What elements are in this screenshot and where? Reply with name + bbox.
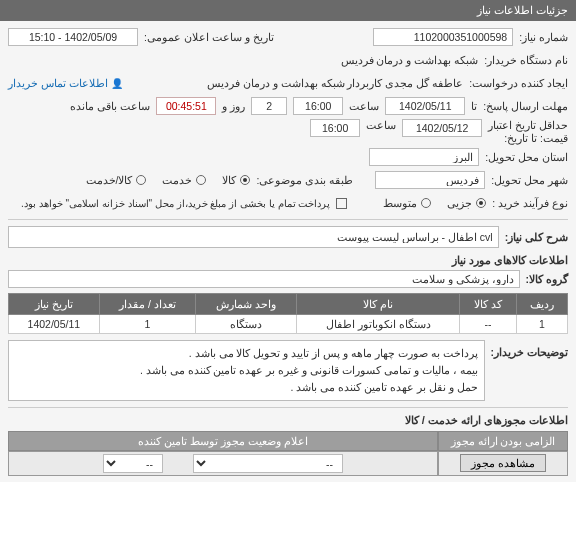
fld-need-no[interactable]	[373, 28, 513, 46]
row-province: استان محل تحویل:	[8, 147, 568, 167]
radio-small-group[interactable]: جزیی	[447, 197, 486, 209]
lbl-notes: توضیحات خریدار:	[491, 340, 568, 358]
lbl-until1: تا	[471, 100, 477, 112]
lbl-hour1: ساعت	[349, 100, 379, 112]
lbl-announce: تاریخ و ساعت اعلان عمومی:	[144, 31, 274, 43]
sel-permit-mandatory[interactable]: --	[103, 454, 163, 473]
main-header: جزئیات اطلاعات نیاز	[0, 0, 576, 21]
view-permit-label: مشاهده مجوز	[471, 457, 535, 469]
fld-summary[interactable]	[8, 226, 499, 248]
radio-service-group[interactable]: خدمت	[162, 174, 206, 186]
row-deadline: مهلت ارسال پاسخ: تا ساعت روز و ساعت باقی…	[8, 96, 568, 116]
cell-qty: 1	[99, 315, 196, 334]
permit-data-row: مشاهده مجوز -- --	[8, 451, 568, 476]
fld-days[interactable]	[251, 97, 287, 115]
th-date: تاریخ نیاز	[9, 294, 100, 315]
chk-islamic[interactable]	[336, 198, 347, 209]
lbl-province: استان محل تحویل:	[485, 151, 568, 163]
permits-title: اطلاعات مجوزهای ارائه خدمت / کالا	[8, 414, 568, 427]
fld-province[interactable]	[369, 148, 479, 166]
radio-goods-group[interactable]: کالا	[222, 174, 250, 186]
fld-reply-date[interactable]	[385, 97, 465, 115]
cell-row: 1	[516, 315, 567, 334]
radio-medium-group[interactable]: متوسط	[383, 197, 431, 209]
lbl-daysand: روز و	[222, 100, 245, 112]
lbl-creator: ایجاد کننده درخواست:	[469, 77, 568, 89]
row-goods-group: گروه کالا:	[8, 269, 568, 289]
cell-code: --	[460, 315, 517, 334]
goods-info-title: اطلاعات کالاهای مورد نیاز	[8, 254, 568, 267]
separator-2	[8, 407, 568, 408]
th-unit: واحد شمارش	[196, 294, 297, 315]
lbl-islamic: پرداخت تمام یا بخشی از مبلغ خرید،از محل …	[21, 198, 330, 209]
radio-medium[interactable]	[421, 198, 431, 208]
lbl-hour2: ساعت	[366, 119, 396, 131]
header-title: جزئیات اطلاعات نیاز	[477, 4, 568, 16]
cell-unit: دستگاه	[196, 315, 297, 334]
opt-medium: متوسط	[383, 197, 417, 209]
opt-small: جزیی	[447, 197, 472, 209]
cell-name: دستگاه انکوباتور اطفال	[297, 315, 460, 334]
row-creator: ایجاد کننده درخواست: عاطفه گل مجدی کاربر…	[8, 73, 568, 93]
row-need-no: شماره نیاز: تاریخ و ساعت اعلان عمومی:	[8, 27, 568, 47]
lbl-city: شهر محل تحویل:	[491, 174, 568, 186]
fld-goods-group[interactable]	[8, 270, 520, 288]
val-creator: عاطفه گل مجدی کاربردار شبکه بهداشت و درم…	[207, 77, 463, 89]
fld-announce[interactable]	[8, 28, 138, 46]
perm-hdr-mandatory: الزامی بودن ارائه مجوز	[438, 431, 568, 451]
lbl-credit: حداقل تاریخ اعتبار	[488, 119, 568, 132]
lbl-summary: شرح کلی نیاز:	[505, 231, 568, 243]
notes-box: پرداخت به صورت چهار ماهه و پس از تایید و…	[8, 340, 485, 400]
lbl-goods-group: گروه کالا:	[526, 273, 568, 285]
table-row[interactable]: 1 -- دستگاه انکوباتور اطفال دستگاه 1 140…	[9, 315, 568, 334]
lbl-need-no: شماره نیاز:	[519, 31, 568, 43]
radio-both[interactable]	[136, 175, 146, 185]
lbl-subject: طبقه بندی موضوعی:	[256, 174, 353, 186]
row-buyer: نام دستگاه خریدار: شبکه بهداشت و درمان ف…	[8, 50, 568, 70]
goods-table: ردیف کد کالا نام کالا واحد شمارش تعداد /…	[8, 293, 568, 334]
separator-1	[8, 219, 568, 220]
lbl-buyer: نام دستگاه خریدار:	[484, 54, 568, 66]
contact-buyer-link[interactable]: اطلاعات تماس خریدار	[8, 77, 123, 89]
row-city-subject: شهر محل تحویل: طبقه بندی موضوعی: کالا خد…	[8, 170, 568, 190]
th-name: نام کالا	[297, 294, 460, 315]
note-line-3: حمل و نقل بر عهده تامین کننده می باشد .	[15, 379, 478, 396]
perm-hdr-status: اعلام وضعیت مجوز توسط تامین کننده	[8, 431, 438, 451]
lbl-process: نوع فرآیند خرید :	[492, 197, 568, 209]
opt-goods: کالا	[222, 174, 236, 186]
lbl-reply: مهلت ارسال پاسخ:	[483, 100, 568, 112]
lbl-priceuntil: قیمت: تا تاریخ:	[488, 132, 568, 145]
lbl-timeleft: ساعت باقی مانده	[70, 100, 150, 112]
th-qty: تعداد / مقدار	[99, 294, 196, 315]
contact-label: اطلاعات تماس خریدار	[8, 77, 108, 89]
radio-small[interactable]	[476, 198, 486, 208]
radio-both-group[interactable]: کالا/خدمت	[86, 174, 147, 186]
val-buyer: شبکه بهداشت و درمان فردیس	[341, 54, 479, 66]
th-row: ردیف	[516, 294, 567, 315]
view-permit-button[interactable]: مشاهده مجوز	[460, 454, 546, 472]
fld-reply-time[interactable]	[293, 97, 343, 115]
permit-header-row: الزامی بودن ارائه مجوز اعلام وضعیت مجوز …	[8, 431, 568, 451]
row-notes: توضیحات خریدار: پرداخت به صورت چهار ماهه…	[8, 340, 568, 400]
radio-service[interactable]	[196, 175, 206, 185]
fld-city[interactable]	[375, 171, 485, 189]
row-summary: شرح کلی نیاز:	[8, 226, 568, 248]
th-code: کد کالا	[460, 294, 517, 315]
fld-countdown	[156, 97, 216, 115]
form-area: شماره نیاز: تاریخ و ساعت اعلان عمومی: نا…	[0, 21, 576, 482]
opt-service: خدمت	[162, 174, 192, 186]
row-credit: حداقل تاریخ اعتبار قیمت: تا تاریخ: ساعت	[8, 119, 568, 144]
note-line-1: پرداخت به صورت چهار ماهه و پس از تایید و…	[15, 345, 478, 362]
row-process: نوع فرآیند خرید : جزیی متوسط پرداخت تمام…	[8, 193, 568, 213]
radio-goods[interactable]	[240, 175, 250, 185]
opt-both: کالا/خدمت	[86, 174, 133, 186]
note-line-2: بیمه ، مالیات و تمامی کسورات قانونی و غی…	[15, 362, 478, 379]
cell-date: 1402/05/11	[9, 315, 100, 334]
goods-header-row: ردیف کد کالا نام کالا واحد شمارش تعداد /…	[9, 294, 568, 315]
sel-permit-status[interactable]: --	[193, 454, 343, 473]
fld-credit-time[interactable]	[310, 119, 360, 137]
fld-credit-date[interactable]	[402, 119, 482, 137]
